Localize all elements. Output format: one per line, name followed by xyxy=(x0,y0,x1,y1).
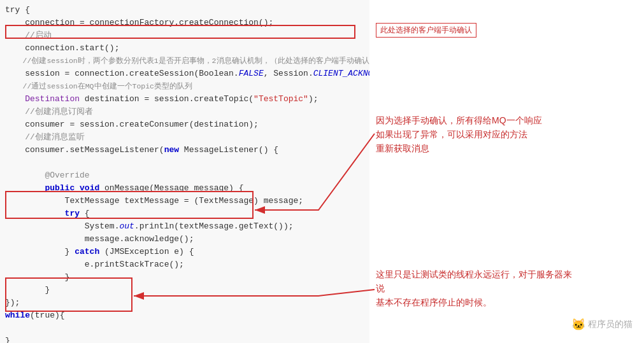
code-line-4: connection.start(); xyxy=(0,42,369,55)
code-text: connection.start(); xyxy=(5,42,119,55)
code-text: } xyxy=(5,246,75,258)
code-line-7: //通过session在MQ中创建一个Topic类型的队列 xyxy=(0,80,369,93)
annotation-1-line1: 因为选择手动确认，所有得给MQ一个响应 xyxy=(376,113,567,127)
code-type: Destination xyxy=(5,93,80,106)
code-line-22: } xyxy=(0,271,369,284)
code-line-8: Destination destination = session.create… xyxy=(0,93,369,106)
code-line-3: //启动 xyxy=(0,29,369,42)
code-keyword: new xyxy=(164,144,179,157)
code-text xyxy=(5,157,10,169)
code-comment: //通过session在MQ中创建一个Topic类型的队列 xyxy=(5,80,192,93)
code-text: connection = connectionFactory.createCon… xyxy=(5,17,273,29)
code-keyword: CLIENT_ACKNOWLEDGE xyxy=(313,67,369,80)
code-text: { xyxy=(80,207,90,220)
code-text xyxy=(75,182,80,195)
code-line-5: //创建session时，两个参数分别代表1是否开启事物，2消息确认机制，（此处… xyxy=(0,55,369,67)
code-line-9: //创建消息订阅者 xyxy=(0,106,369,118)
watermark-text: 程序员的猫 xyxy=(588,319,633,330)
code-text xyxy=(5,322,10,335)
code-text: TextMessage textMessage = (TextMessage) … xyxy=(5,195,303,207)
code-keyword: catch xyxy=(75,246,99,258)
code-text: onMessage(Message message) { xyxy=(99,182,243,195)
code-line-16: TextMessage textMessage = (TextMessage) … xyxy=(0,195,369,207)
code-text: , Session. xyxy=(264,67,313,80)
code-text: (true){ xyxy=(30,309,65,322)
annotation-2: 这里只是让测试类的线程永远运行，对于服务器来说 基本不存在程序停止的时候。 xyxy=(376,267,580,309)
code-text: MessageListener() { xyxy=(179,144,278,157)
code-line-17: try { xyxy=(0,207,369,220)
annotation-1: 因为选择手动确认，所有得给MQ一个响应 如果出现了异常，可以采用对应的方法 重新… xyxy=(376,113,567,155)
annotation-2-line2: 基本不存在程序停止的时候。 xyxy=(376,295,580,309)
code-var: out xyxy=(119,220,134,233)
code-line-12: consumer.setMessageListener(new MessageL… xyxy=(0,144,369,157)
code-text: consumer.setMessageListener( xyxy=(5,144,164,157)
code-comment: //启动 xyxy=(5,29,52,42)
code-text: } xyxy=(5,271,69,284)
annotation-1-line2: 如果出现了异常，可以采用对应的方法 xyxy=(376,127,567,141)
code-line-13 xyxy=(0,157,369,169)
code-line-25: while(true){ xyxy=(0,309,369,322)
code-keyword: public xyxy=(5,182,75,195)
annotation-1-line3: 重新获取消息 xyxy=(376,141,567,155)
code-text: consumer = session.createConsumer(destin… xyxy=(5,118,259,131)
code-line-20: } catch (JMSException e) { xyxy=(0,246,369,258)
code-text: (JMSException e) { xyxy=(99,246,194,258)
code-text: try { xyxy=(5,4,30,17)
code-comment: @Override xyxy=(5,169,90,182)
code-line-1: try { xyxy=(0,4,369,17)
code-panel: try { connection = connectionFactory.cre… xyxy=(0,0,369,343)
code-line-2: connection = connectionFactory.createCon… xyxy=(0,17,369,29)
code-line-27: } xyxy=(0,335,369,343)
code-comment: //创建session时，两个参数分别代表1是否开启事物，2消息确认机制，（此处… xyxy=(5,55,369,67)
code-line-19: message.acknowledge(); xyxy=(0,233,369,246)
code-string: "TestTopic" xyxy=(254,93,308,106)
code-text: message.acknowledge(); xyxy=(5,233,194,246)
code-comment: //创建消息订阅者 xyxy=(5,106,93,118)
code-text: e.printStackTrace(); xyxy=(5,258,184,271)
code-text: System. xyxy=(5,220,119,233)
code-line-14: @Override xyxy=(0,169,369,182)
watermark: 🐱 程序员的猫 xyxy=(571,318,633,332)
code-line-6: session = connection.createSession(Boole… xyxy=(0,67,369,80)
code-keyword: FALSE xyxy=(239,67,264,80)
code-line-11: //创建消息监听 xyxy=(0,131,369,144)
code-line-21: e.printStackTrace(); xyxy=(0,258,369,271)
tooltip-box: 此处选择的客户端手动确认 xyxy=(376,23,476,38)
code-keyword: while xyxy=(5,309,30,322)
code-line-26 xyxy=(0,322,369,335)
tooltip-text: 此处选择的客户端手动确认 xyxy=(380,25,472,34)
code-text: session = connection.createSession(Boole… xyxy=(5,67,239,80)
cat-icon: 🐱 xyxy=(571,318,585,332)
code-text: ); xyxy=(308,93,318,106)
annotation-2-line1: 这里只是让测试类的线程永远运行，对于服务器来说 xyxy=(376,267,580,295)
code-text: .println(textMessage.getText()); xyxy=(134,220,294,233)
code-line-23: } xyxy=(0,284,369,297)
code-text: } xyxy=(5,335,10,343)
code-text: } xyxy=(5,284,50,297)
code-line-24: }); xyxy=(0,297,369,309)
code-keyword: void xyxy=(80,182,99,195)
code-line-10: consumer = session.createConsumer(destin… xyxy=(0,118,369,131)
code-text: destination = session.createTopic( xyxy=(80,93,254,106)
code-text: }); xyxy=(5,297,20,309)
code-line-15: public void onMessage(Message message) { xyxy=(0,182,369,195)
code-keyword: try xyxy=(5,207,80,220)
code-comment: //创建消息监听 xyxy=(5,131,85,144)
code-line-18: System.out.println(textMessage.getText()… xyxy=(0,220,369,233)
